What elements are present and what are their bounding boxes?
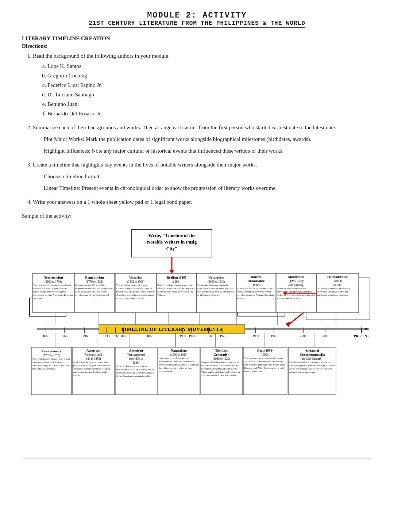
svg-text:(1918 to 1929): (1918 to 1929) bbox=[213, 357, 230, 360]
svg-text:(1965- Early: (1965- Early bbox=[289, 279, 304, 283]
svg-marker-30 bbox=[365, 328, 370, 330]
author-d: Dr. Luciano Santiago bbox=[47, 90, 372, 99]
authors-list: Lope K. Santos Gregorio Coching Federico… bbox=[47, 62, 372, 118]
year-1865: 1865 bbox=[147, 334, 154, 338]
list-item-2-text: Summarize each of their backgrounds and … bbox=[33, 125, 336, 130]
year-2000b: 2000 bbox=[322, 334, 329, 338]
mv-naturalism-period: (1865 to 1910) bbox=[208, 280, 225, 283]
module-title: Module 2: Activity bbox=[22, 11, 372, 20]
svg-text:20th Century): 20th Century) bbox=[288, 283, 305, 287]
year-1920: 1920 bbox=[220, 334, 227, 338]
main-list: Read the background of the following aut… bbox=[33, 51, 372, 206]
mv-postmodernism-title: Postmodernism bbox=[327, 275, 348, 279]
mv-romanticism-title: Romanticism bbox=[85, 276, 104, 279]
module-subtitle: 21st Century Literature from the Philipp… bbox=[89, 20, 305, 28]
svg-text:rly 20th Century): rly 20th Century) bbox=[302, 357, 322, 360]
year-1965: 1965 bbox=[271, 334, 278, 338]
mv-naturalism-title: Naturalism bbox=[208, 276, 224, 279]
year-present: PRESENT bbox=[354, 334, 369, 338]
mv-romanticism-period: (1776 to 1832) bbox=[86, 280, 103, 283]
svg-text:ism(1836 to: ism(1836 to bbox=[129, 357, 143, 360]
sample-label: Sample of the activity: bbox=[22, 213, 372, 219]
bm-revolutionary-title: Revolutionary bbox=[42, 349, 62, 353]
year-1832: 1832 bbox=[112, 334, 119, 338]
bm-naturalism-title: Naturalism bbox=[171, 349, 187, 352]
svg-text:(1900 to 1930): (1900 to 1930) bbox=[170, 353, 188, 356]
svg-text:1960s): 1960s) bbox=[261, 353, 269, 356]
list-item-1: Read the background of the following aut… bbox=[33, 51, 372, 118]
year-1918: 1918 bbox=[205, 334, 212, 338]
list-item-4: Write your answers on a 1 whole sheet ye… bbox=[33, 198, 372, 206]
bm-streamconsciousness-title: Stream of bbox=[305, 349, 320, 352]
diagram-title-line2: Notable Writers in Pasig bbox=[147, 239, 197, 245]
svg-text:830 to 1865): 830 to 1865) bbox=[86, 357, 101, 360]
section-title: LITERARY TIMELINE CREATION bbox=[22, 35, 372, 42]
bm-lostgeneration-title: The Lost bbox=[215, 349, 228, 352]
svg-text:Transcendental: Transcendental bbox=[127, 353, 145, 356]
directions-label: Directions: bbox=[22, 43, 372, 49]
mv-victorian-title: Victorian bbox=[129, 276, 142, 279]
list-item-3-note1: Choose a timeline format: bbox=[44, 172, 372, 181]
list-item-2-note1: Plot Major Works: Mark the publication d… bbox=[44, 135, 372, 143]
svg-text:Renaissance: Renaissance bbox=[248, 279, 265, 283]
list-item-1-text: Read the background of the following aut… bbox=[33, 53, 170, 59]
list-item-3-text: Create a timeline that highlights key ev… bbox=[33, 162, 257, 168]
author-c: Federico Licsi Espino Jr. bbox=[47, 81, 372, 89]
mv-modernism-title: Modernism bbox=[288, 275, 305, 279]
year-1900: 1900 bbox=[179, 334, 186, 338]
list-item-3: Create a timeline that highlights key ev… bbox=[33, 160, 372, 192]
svg-text:Consciousness(Ea: Consciousness(Ea bbox=[300, 353, 325, 356]
year-1901: 1901 bbox=[189, 334, 195, 338]
svg-text:Generation: Generation bbox=[213, 353, 229, 356]
svg-text:1860): 1860) bbox=[133, 361, 140, 364]
author-e: Benigno Juan bbox=[47, 100, 372, 108]
diagram-title-line3: City" bbox=[166, 246, 177, 251]
bm-transcendentalism-title: American bbox=[129, 349, 143, 352]
author-a: Lope K. Santos bbox=[47, 62, 372, 70]
mv-harlem-title: Harlem bbox=[251, 275, 262, 279]
svg-line-10 bbox=[289, 311, 306, 325]
mv-realism-period: to 1914) bbox=[172, 280, 182, 283]
timeline-format-label: Choose a timeline format: bbox=[44, 173, 101, 179]
mv-victorian-period: (1832 to 1901) bbox=[127, 280, 144, 283]
mv-neoclassicism-title: Neoclassicism bbox=[44, 276, 63, 279]
year-2000a: 2000 bbox=[300, 334, 307, 338]
author-f: Bernardo Del Rosario Jr. bbox=[47, 109, 372, 118]
list-item-4-text: Write your answers on a 1 whole sheet ye… bbox=[33, 199, 192, 205]
svg-marker-2 bbox=[169, 270, 174, 273]
mv-neoclassicism-period: (1660 to 1798) bbox=[45, 280, 62, 283]
note1-text: Plot Major Works: Mark the publication d… bbox=[44, 136, 311, 142]
bm-beat-title: Beat (1950- bbox=[257, 349, 273, 352]
timeline-diagram: Write, "Timeline of the Notable Writers … bbox=[22, 223, 372, 459]
author-b: Gregorio Coching bbox=[47, 71, 372, 80]
linear-timeline-text: Linear Timeline: Present events in chron… bbox=[44, 185, 277, 191]
bm-amromanticism-title: American bbox=[86, 349, 100, 352]
list-item-2: Summarize each of their backgrounds and … bbox=[33, 123, 372, 155]
timeline-svg: Write, "Timeline of the Notable Writers … bbox=[26, 227, 376, 453]
year-1830: 1830 bbox=[103, 334, 110, 338]
year-1835: 1835 bbox=[120, 334, 127, 338]
year-1798: 1798 bbox=[81, 334, 88, 338]
svg-text:(1763 to 1830): (1763 to 1830) bbox=[43, 354, 60, 357]
mv-realism-title: Realism (1865 bbox=[167, 276, 187, 279]
list-item-3-note2: Linear Timeline: Present events in chron… bbox=[44, 184, 372, 192]
list-item-2-note2: Highlight Influences: Note any major cul… bbox=[44, 146, 372, 155]
note2-text: Highlight Influences: Note any major cul… bbox=[44, 148, 283, 154]
page-header: Module 2: Activity 21st Century Literatu… bbox=[22, 11, 372, 28]
year-1660: 1660 bbox=[43, 334, 50, 338]
timeline-movements-label: TIMELINE OF LITERARY MOVEMENTS bbox=[121, 326, 223, 332]
year-1950: 1950 bbox=[252, 334, 259, 338]
svg-text:(2000 to: (2000 to bbox=[333, 279, 343, 283]
year-1765: 1765 bbox=[61, 334, 68, 338]
svg-text:Romanticism(1: Romanticism(1 bbox=[84, 353, 102, 356]
diagram-title-line1: Write, "Timeline of the bbox=[148, 233, 196, 238]
svg-text:Present): Present) bbox=[333, 283, 343, 287]
mv-harlem-period: (1920s) bbox=[252, 283, 261, 287]
svg-marker-11 bbox=[286, 322, 290, 327]
